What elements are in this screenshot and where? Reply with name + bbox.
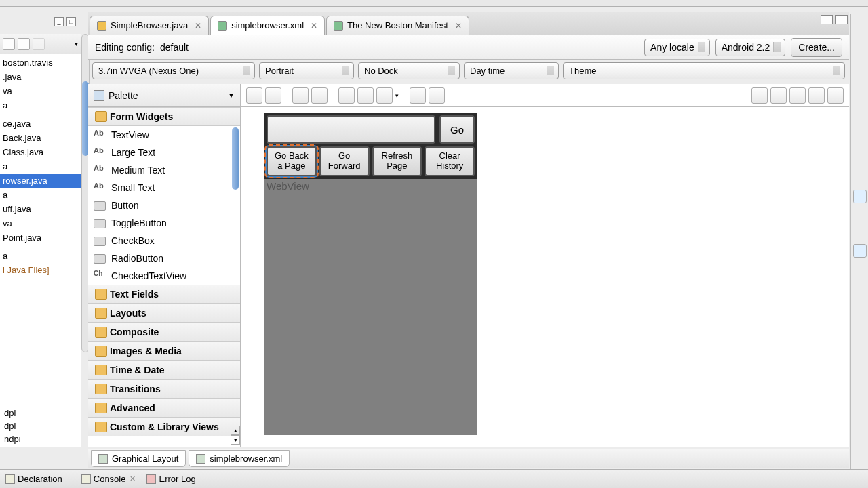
device-preview[interactable]: Go Go Back a Page Go Forward Refresh Pag… (264, 113, 477, 435)
editor-tab-1[interactable]: simplebrowser.xml✕ (210, 16, 325, 35)
palette-scrollbar[interactable] (232, 127, 239, 190)
file-item[interactable]: uff.java (0, 202, 81, 216)
webview[interactable]: WebView (264, 179, 477, 435)
file-item[interactable]: a (0, 159, 81, 174)
widget-small-text[interactable]: Small Text (88, 179, 240, 197)
widget-checkedtextview[interactable]: CheckedTextView (88, 267, 240, 285)
focus-icon[interactable] (33, 38, 45, 50)
widget-button[interactable]: Button (88, 197, 240, 214)
file-item[interactable]: rowser.java (0, 174, 81, 188)
file-item[interactable]: a (0, 249, 81, 263)
group-composite[interactable]: Composite (88, 323, 240, 342)
view-menu-icon[interactable]: ▾ (75, 40, 78, 47)
group-custom[interactable]: Custom & Library Views (88, 418, 240, 436)
view-error-log[interactable]: Error Log (159, 474, 195, 484)
editor-tab-2[interactable]: The New Boston Manifest✕ (326, 16, 469, 35)
widget-large-text[interactable]: Large Text (88, 144, 240, 161)
view-declaration[interactable]: Declaration (18, 474, 62, 484)
outline-icon[interactable] (853, 244, 867, 258)
palette-title: Palette (108, 90, 138, 101)
xml-icon (196, 454, 205, 464)
device-dropdown[interactable]: 3.7in WVGA (Nexus One) (92, 62, 255, 79)
go-forward-button[interactable]: Go Forward (319, 146, 370, 176)
widget-medium-text[interactable]: Medium Text (88, 161, 240, 179)
zoom-fit-icon[interactable] (808, 87, 825, 104)
group-images-media[interactable]: Images & Media (88, 342, 240, 361)
close-icon[interactable]: ✕ (311, 21, 317, 30)
time-dropdown[interactable]: Day time (464, 62, 559, 79)
close-icon[interactable]: ✕ (195, 21, 201, 30)
locale-dropdown[interactable]: Any locale (644, 39, 710, 56)
file-item[interactable]: Back.java (0, 131, 81, 145)
create-button[interactable]: Create... (791, 38, 842, 57)
folder-item[interactable]: dpi (0, 407, 25, 420)
group-time-date[interactable]: Time & Date (88, 361, 240, 380)
clear-history-button[interactable]: Clear History (425, 146, 475, 176)
go-button[interactable]: Go (439, 115, 475, 144)
group-transitions[interactable]: Transitions (88, 380, 240, 399)
tab-graphical-layout[interactable]: Graphical Layout (91, 450, 186, 467)
widget-checkbox[interactable]: CheckBox (88, 232, 240, 249)
group-layouts[interactable]: Layouts (88, 304, 240, 323)
orientation-dropdown[interactable]: Portrait (259, 62, 354, 79)
view-console[interactable]: Console (94, 474, 126, 484)
dropdown-arrow-icon[interactable]: ▾ (395, 92, 399, 99)
emulate1-icon[interactable] (410, 87, 426, 104)
dock-dropdown[interactable]: No Dock (358, 62, 460, 79)
file-item[interactable]: Point.java (0, 230, 81, 245)
align-v-icon[interactable] (311, 87, 328, 104)
target-dropdown[interactable]: Android 2.2 (715, 39, 786, 56)
refresh-button[interactable]: Refresh Page (372, 146, 422, 176)
file-item[interactable]: boston.travis (0, 56, 81, 70)
url-input[interactable] (267, 115, 435, 144)
widget-textview[interactable]: TextView (88, 126, 240, 144)
file-icon (97, 21, 106, 30)
restore-icon[interactable]: □ (66, 17, 76, 26)
folder-item[interactable]: ndpi (0, 432, 25, 445)
widget-radiobutton[interactable]: RadioButton (88, 249, 240, 267)
webview-label: WebView (267, 180, 309, 192)
editor-minimize-icon[interactable] (821, 15, 833, 24)
chevron-down-icon[interactable]: ▼ (228, 92, 235, 99)
go-back-button[interactable]: Go Back a Page (267, 146, 317, 176)
file-item[interactable]: ce.java (0, 117, 81, 131)
zoom-reset-icon[interactable] (770, 87, 787, 104)
right-toolbar (850, 14, 868, 469)
group-form-widgets[interactable]: Form Widgets (88, 107, 240, 126)
distribute2-icon[interactable] (357, 87, 374, 104)
palette-header[interactable]: Palette ▼ (88, 84, 240, 107)
file-item[interactable]: va (0, 84, 81, 98)
file-item[interactable]: Class.java (0, 145, 81, 159)
scroll-down-icon[interactable]: ▾ (231, 435, 240, 445)
file-item[interactable]: a (0, 98, 81, 113)
theme-dropdown[interactable]: Theme (563, 62, 845, 79)
minimize-icon[interactable]: _ (54, 17, 64, 26)
group-advanced[interactable]: Advanced (88, 399, 240, 418)
scroll-up-icon[interactable]: ▴ (231, 426, 240, 435)
align-h-icon[interactable] (292, 87, 309, 104)
file-item[interactable]: a (0, 188, 81, 202)
close-icon[interactable]: ✕ (455, 21, 462, 30)
distribute1-icon[interactable] (338, 87, 355, 104)
views-bar: Declaration Console ✕ Error Log (0, 469, 868, 488)
distribute3-icon[interactable] (376, 87, 393, 104)
zoom-in-icon[interactable] (827, 87, 844, 104)
tab-xml-source[interactable]: simplebrowser.xml (189, 450, 290, 467)
info-icon[interactable] (853, 190, 867, 203)
emulate2-icon[interactable] (429, 87, 445, 104)
close-icon[interactable]: ✕ (130, 474, 136, 483)
editor-maximize-icon[interactable] (835, 15, 848, 24)
collapse-icon[interactable] (3, 38, 15, 50)
folder-item[interactable]: dpi (0, 420, 25, 432)
widget-togglebutton[interactable]: ToggleButton (88, 214, 240, 232)
toggle-layout2-icon[interactable] (265, 87, 281, 104)
link-icon[interactable] (18, 38, 30, 50)
toggle-layout1-icon[interactable] (246, 87, 262, 104)
file-item[interactable]: va (0, 216, 81, 230)
editor-tab-0[interactable]: SimpleBrowser.java✕ (90, 16, 209, 35)
file-item[interactable]: l Java Files] (0, 263, 81, 277)
file-item[interactable]: .java (0, 70, 81, 84)
zoom-100-icon[interactable] (789, 87, 806, 104)
group-text-fields[interactable]: Text Fields (88, 285, 240, 304)
zoom-out-icon[interactable] (751, 87, 768, 104)
